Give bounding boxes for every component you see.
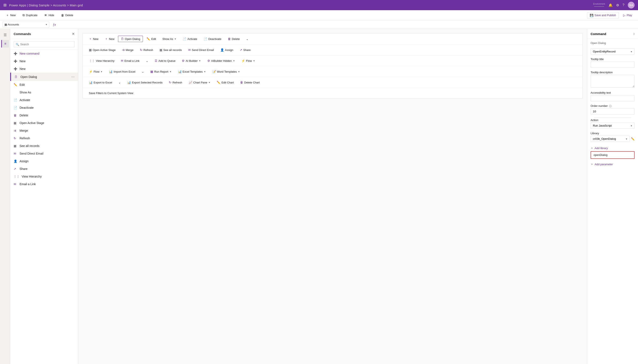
caret-icon: ▼ xyxy=(204,70,206,73)
edit-icon: ✏️ xyxy=(146,37,150,40)
cmd-overflow1-button[interactable]: ⌄ xyxy=(243,36,251,42)
cmd-assign-button[interactable]: 👤 Assign xyxy=(218,47,236,53)
cmd-overflow2-button[interactable]: ⌄ xyxy=(143,58,151,64)
tooltip-desc-input[interactable] xyxy=(591,75,634,88)
cmd-refresh2-button[interactable]: ↻ Refresh xyxy=(166,79,185,86)
cmd-share-button[interactable]: ↗ Share xyxy=(237,47,254,53)
save-publish-button[interactable]: 💾 Save and Publish xyxy=(587,12,619,18)
sidebar-item-delete[interactable]: 🗑 Delete xyxy=(10,112,78,119)
cmd-view-hierarchy-button[interactable]: ⋮⋮ View Hierarchy xyxy=(86,58,117,64)
add-library-button[interactable]: ＋ Add library xyxy=(591,145,608,151)
sidebar-add-command[interactable]: ➕ New command xyxy=(10,50,78,57)
sidebar-item-email-a-link[interactable]: ✉ Email a Link xyxy=(10,180,78,188)
cmd-overflow3-button[interactable]: ⌄ xyxy=(139,68,147,75)
formula-dropdown[interactable]: ▦ Accounts ▼ xyxy=(3,22,49,28)
sidebar-item-open-dialog[interactable]: 🗒 Open Dialog ⋯ xyxy=(10,73,78,81)
cmd-aibuilder-hidden-button[interactable]: ⚙ AIBuilder Hidden ▼ xyxy=(204,58,238,64)
cmd-send-direct-email-button[interactable]: ✉ Send Direct Email xyxy=(185,47,217,53)
sidebar-item-refresh[interactable]: ↻ Refresh xyxy=(10,134,78,142)
sidebar-list: ➕ New command ➕ New ➕ New 🗒 Open Dialog … xyxy=(10,50,78,364)
tooltip-title-input[interactable] xyxy=(591,62,634,68)
more-options-button[interactable]: ⋯ xyxy=(71,75,75,79)
toolbar-new-button[interactable]: ＋ New xyxy=(4,12,18,18)
plus-icon: ＋ xyxy=(591,162,593,166)
cmd-delete-button[interactable]: 🗑 Delete xyxy=(225,36,243,42)
excel-templates-icon: 📊 xyxy=(178,70,182,73)
order-input[interactable] xyxy=(591,108,634,114)
action-select[interactable]: OpenEntityRecord xyxy=(591,48,634,54)
toolbar-hide-button[interactable]: 👁 Hide xyxy=(42,12,57,18)
sidebar-item-new1[interactable]: ➕ New xyxy=(10,57,78,65)
cmd-deactivate-button[interactable]: 📄 Deactivate xyxy=(201,36,224,42)
tooltip-title-label: Tooltip title xyxy=(591,58,634,61)
toolbar-delete-button[interactable]: 🗑 Delete xyxy=(59,12,76,18)
cmd-word-templates-button[interactable]: 📝 Word Templates ▼ xyxy=(209,68,243,75)
cmd-new2-button[interactable]: ＋ New xyxy=(102,36,117,42)
cmd-open-dialog-button[interactable]: 🗒 Open Dialog xyxy=(118,36,143,42)
sidebar-item-new2[interactable]: ➕ New xyxy=(10,65,78,73)
caret-icon: ▼ xyxy=(199,60,201,62)
cmd-run-report-button[interactable]: ▦ Run Report ▼ xyxy=(148,68,174,75)
sidebar-item-edit[interactable]: ✏️ Edit xyxy=(10,81,78,88)
accessibility-input[interactable] xyxy=(591,95,634,101)
cmd-export-excel-button[interactable]: 📊 Export to Excel xyxy=(86,79,115,86)
cmd-edit-button[interactable]: ✏️ Edit xyxy=(144,36,159,42)
sidebar-item-share[interactable]: ↗ Share xyxy=(10,165,78,173)
settings-icon[interactable]: ⚙ xyxy=(616,3,619,7)
sidebar-item-view-hierarchy[interactable]: ⋮⋮ View Hierarchy xyxy=(10,173,78,180)
expand-icon[interactable]: › xyxy=(633,32,634,36)
cmd-see-all-records-button[interactable]: ▦ See all records xyxy=(157,47,185,53)
cmd-email-link-button[interactable]: ✉ Email a Link xyxy=(118,58,142,64)
email-a-link-icon: ✉ xyxy=(14,182,18,186)
caret-icon: ▼ xyxy=(238,70,240,73)
sidebar-close-button[interactable]: ✕ xyxy=(72,32,75,36)
library-select[interactable]: cr03b_OpenDialog xyxy=(591,136,630,142)
nav-menu-icon[interactable]: ☰ xyxy=(1,31,9,39)
cmd-delete-chart-button[interactable]: 🗑 Delete Chart xyxy=(237,79,262,86)
toolbar-duplicate-button[interactable]: ⧉ Duplicate xyxy=(20,12,40,18)
sidebar-item-open-active-stage[interactable]: ▦ Open Active Stage xyxy=(10,119,78,127)
cmd-chart-pane-button[interactable]: 📈 Chart Pane ▼ xyxy=(186,79,213,86)
cmd-merge-button[interactable]: ⇉ Merge xyxy=(119,47,136,53)
sidebar-item-show-as[interactable]: Show As xyxy=(10,88,78,96)
cmd-add-to-queue-button[interactable]: ☰ Add to Queue xyxy=(152,58,178,64)
cmd-ai-builder-button[interactable]: ⚙ AI Builder ▼ xyxy=(179,58,203,64)
avatar[interactable]: SA xyxy=(628,2,634,8)
rp-order-field: Order number ⓘ xyxy=(591,104,634,114)
nav-list-icon[interactable]: ≡ xyxy=(1,40,9,48)
add-parameter-button[interactable]: ＋ Add parameter xyxy=(591,161,613,167)
cmd-refresh-button[interactable]: ↻ Refresh xyxy=(137,47,156,53)
cmd-show-as-button[interactable]: Show As ▼ xyxy=(160,36,179,42)
cmd-overflow4-button[interactable]: ⌄ xyxy=(116,80,124,86)
view-hierarchy-icon: ⋮⋮ xyxy=(14,175,20,178)
save-icon: 💾 xyxy=(590,14,593,17)
sidebar-item-activate[interactable]: 📄 Activate xyxy=(10,96,78,104)
cmd-flow1-button[interactable]: ⚡ Flow ▼ xyxy=(239,58,258,64)
library-edit-icon[interactable]: ✏️ xyxy=(631,137,634,140)
sidebar-item-see-all-records[interactable]: ▦ See all records xyxy=(10,142,78,150)
cmd-excel-templates-button[interactable]: 📊 Excel Templates ▼ xyxy=(175,68,209,75)
play-button[interactable]: ▷ Play xyxy=(620,12,634,18)
sidebar-item-send-direct-email[interactable]: ✉ Send Direct Email xyxy=(10,150,78,157)
cmd-activate-button[interactable]: 📄 Activate xyxy=(180,36,200,42)
action-type-select[interactable]: Run JavaScript xyxy=(591,122,634,129)
notification-icon[interactable]: 🔔 xyxy=(608,3,613,7)
cmd-row-3: ⋮⋮ View Hierarchy ✉ Email a Link ⌄ ☰ Add… xyxy=(83,56,582,66)
cmd-open-active-stage-button[interactable]: ▦ Open Active Stage xyxy=(86,47,118,53)
cmd-flow2-button[interactable]: ⚡ Flow ▼ xyxy=(86,68,105,75)
formula-input[interactable] xyxy=(59,23,635,26)
sidebar-item-merge[interactable]: ⇉ Merge xyxy=(10,127,78,134)
cmd-import-excel-button[interactable]: 📊 Import from Excel xyxy=(106,68,138,75)
cmd-edit-chart-button[interactable]: ✏️ Edit Chart xyxy=(214,79,237,86)
caret-icon: ▼ xyxy=(208,81,210,84)
sidebar-search-input[interactable] xyxy=(14,41,75,47)
sidebar-item-assign[interactable]: 👤 Assign xyxy=(10,157,78,165)
cmd-export-selected-button[interactable]: 📊 Export Selected Records xyxy=(124,79,165,86)
new2-icon: ➕ xyxy=(14,67,18,70)
sidebar-item-deactivate[interactable]: 📄 Deactivate xyxy=(10,104,78,112)
help-icon[interactable]: ? xyxy=(622,3,624,7)
grid-icon[interactable]: ⊞ xyxy=(4,3,7,8)
function-name-box[interactable]: openDialog xyxy=(591,151,634,159)
cmd-new1-button[interactable]: ＋ New xyxy=(86,36,101,42)
cmd-save-filters-button[interactable]: Save Filters to Current System View xyxy=(86,90,136,96)
